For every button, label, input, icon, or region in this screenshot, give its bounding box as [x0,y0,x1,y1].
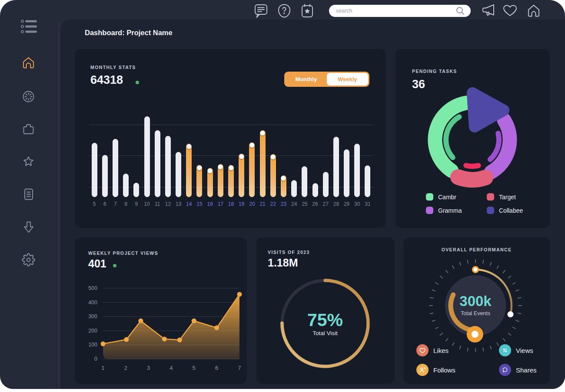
monthly-stats-card: MONTHLY STATS 64318 Monthly Weekly 56789… [75,49,386,228]
svg-text:500: 500 [88,285,97,291]
legend-item: Target [487,193,548,201]
svg-text:4: 4 [170,365,173,371]
svg-text:0: 0 [94,356,97,362]
calendar-star-icon[interactable] [299,3,315,21]
help-icon[interactable] [277,3,292,20]
legend-item: Collabee [487,207,548,214]
page-title: Dashboard: Project Name [85,29,173,37]
weekly-views-value: 401 [88,257,106,270]
chat-bubble-icon [499,364,511,376]
document-icon[interactable] [23,188,35,201]
svg-text:6: 6 [215,365,218,371]
pending-tasks-donut [416,83,529,196]
loader-icon[interactable] [22,90,35,103]
card-title: VISITS OF 2023 [268,250,310,255]
monthly-bar-chart: 5678910111213141516171819202122232425262… [89,115,373,196]
legend-label: Views [516,347,533,354]
status-dot [136,81,139,84]
legend-swatch [426,207,433,214]
bag-icon[interactable] [22,122,35,136]
legend-item: Views [499,344,564,356]
weekly-views-area-chart: 01002003004005001234567 [75,281,247,381]
performance-sub: Total Events [423,310,528,316]
legend-label: Collabee [499,207,523,214]
svg-text:200: 200 [88,328,97,334]
app-window: Dashboard: Project Name MONTHLY STATS 64… [0,0,565,389]
toggle-weekly-button[interactable]: Weekly [327,73,368,86]
weekly-views-card: WEEKLY PROJECT VIEWS 401 010020030040050… [75,237,247,384]
visits-value: 1.18M [268,257,298,269]
performance-legend: Likes Views Follows Shares [416,344,564,376]
legend-label: Likes [433,347,449,354]
heart-icon [416,344,429,356]
legend-item: Likes [416,344,499,356]
card-title: MONTHLY STATS [90,65,136,70]
svg-text:2: 2 [124,365,127,371]
monthly-stats-value: 64318 [90,73,123,87]
status-dot [113,264,116,267]
bar-slots: 5678910111213141516171819202122232425262… [89,115,373,207]
search-icon[interactable] [455,6,465,17]
legend-swatch [487,207,494,214]
legend-label: Cambr [438,194,456,201]
legend-item: Follows [416,364,499,376]
arrows-updown-icon [499,344,511,356]
legend-label: Shares [516,366,537,374]
legend-swatch [487,193,494,201]
home-icon[interactable] [22,56,35,70]
visits-percent: 75% [275,310,375,330]
svg-text:5: 5 [193,365,196,371]
pending-tasks-card: PENDING TASKS 36 Cambr Target Gramma Col… [396,49,550,228]
gear-icon[interactable] [22,253,35,267]
legend-swatch [426,193,433,201]
toggle-monthly-button[interactable]: Monthly [286,73,327,86]
visits-card: VISITS OF 2023 1.18M 75% Total Visit [256,237,395,384]
dashboard-screen: Dashboard: Project Name MONTHLY STATS 64… [0,0,565,392]
period-toggle: Monthly Weekly [284,72,369,87]
svg-text:100: 100 [88,342,97,348]
download-icon[interactable] [22,220,35,234]
card-title: WEEKLY PROJECT VIEWS [88,250,158,256]
legend-label: Gramma [438,207,462,214]
search-input[interactable] [329,5,471,17]
donut-legend: Cambr Target Gramma Collabee [426,193,548,214]
megaphone-icon[interactable] [481,3,496,20]
home-icon[interactable] [526,3,542,20]
legend-label: Target [499,194,516,201]
legend-item: Gramma [426,207,487,214]
star-icon[interactable] [22,155,35,168]
heart-icon[interactable] [502,4,517,20]
performance-value: 300k [423,293,528,310]
svg-text:7: 7 [238,365,241,371]
card-title: OVERALL PERFORMANCE [403,247,550,252]
legend-item: Cambr [426,193,487,201]
svg-text:300: 300 [88,313,97,320]
visits-sub: Total Visit [275,330,375,336]
list-menu-icon[interactable] [20,18,39,36]
user-plus-icon [416,364,429,376]
message-icon[interactable] [254,3,268,21]
legend-label: Follows [433,366,455,374]
legend-item: Shares [499,364,564,376]
performance-card: OVERALL PERFORMANCE 300k Total Events Li… [403,237,550,384]
svg-text:400: 400 [88,300,97,306]
card-title: PENDING TASKS [412,69,457,74]
svg-text:1: 1 [102,365,105,371]
svg-text:3: 3 [147,365,150,371]
